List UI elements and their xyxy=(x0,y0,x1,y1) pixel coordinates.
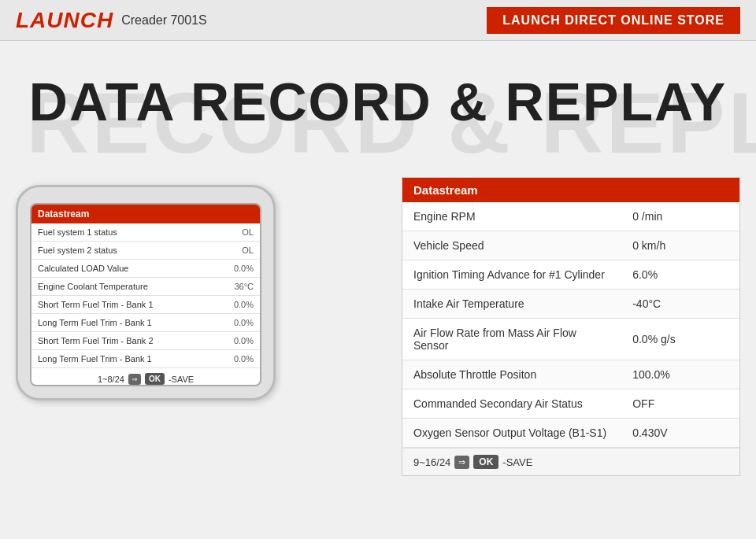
device-mockup: Datastream Fuel system 1 statusOLFuel sy… xyxy=(16,185,276,401)
device-screen: Datastream Fuel system 1 statusOLFuel sy… xyxy=(30,203,261,386)
row-label: Fuel system 2 status xyxy=(32,242,213,260)
row-label: Long Term Fuel Trim - Bank 1 xyxy=(32,314,213,332)
row-value: 0 /min xyxy=(621,202,739,231)
model-name: Creader 7001S xyxy=(121,13,207,28)
table-row: Ignition Timing Advance for #1 Cylinder6… xyxy=(402,260,739,290)
ds-footer: 9~16/24 ⇒ OK -SAVE xyxy=(402,448,739,475)
page-title: DATA RECORD & REPLAY xyxy=(0,71,756,132)
launch-logo: LAUNCH xyxy=(16,8,113,33)
store-link[interactable]: LAUNCH DIRECT ONLINE STORE xyxy=(487,7,740,34)
row-label: Engine Coolant Temperature xyxy=(32,278,213,296)
ds-nav-icon: ⇒ xyxy=(454,456,469,469)
ds-ok-btn[interactable]: OK xyxy=(473,455,498,469)
table-row: Fuel system 1 statusOL xyxy=(32,223,260,242)
row-value: -40°C xyxy=(621,290,739,319)
device-footer: 1~8/24 ⇒ OK -SAVE xyxy=(32,368,260,385)
table-row: Absolute Throttle Positon100.0% xyxy=(402,360,739,389)
row-label: Short Term Fuel Trim - Bank 1 xyxy=(32,296,213,314)
row-value: 100.0% xyxy=(621,360,739,389)
row-label: Fuel system 1 status xyxy=(32,223,213,242)
row-value: OL xyxy=(213,242,260,260)
table-row: Short Term Fuel Trim - Bank 20.0% xyxy=(32,332,260,350)
row-label: Short Term Fuel Trim - Bank 2 xyxy=(32,332,213,350)
row-value: 0.0% xyxy=(213,296,260,314)
ds-page-info: 9~16/24 xyxy=(413,456,450,468)
row-label: Absolute Throttle Positon xyxy=(402,360,621,389)
row-value: OFF xyxy=(621,389,739,419)
row-value: 6.0% xyxy=(621,260,739,290)
header-left: LAUNCH Creader 7001S xyxy=(16,8,207,33)
row-label: Intake Air Temperature xyxy=(402,290,621,319)
table-row: Engine RPM0 /min xyxy=(402,202,739,231)
ds-title: Datastream xyxy=(402,178,739,202)
row-label: Commanded Secondary Air Status xyxy=(402,389,621,419)
row-label: Vehicle Speed xyxy=(402,231,621,260)
row-value: 0 km/h xyxy=(621,231,739,260)
table-row: Fuel system 2 statusOL xyxy=(32,242,260,260)
table-row: Commanded Secondary Air StatusOFF xyxy=(402,389,739,419)
row-value: 0.430V xyxy=(621,419,739,448)
row-value: 36°C xyxy=(213,278,260,296)
table-row: Short Term Fuel Trim - Bank 10.0% xyxy=(32,296,260,314)
content-area: Datastream Fuel system 1 statusOLFuel sy… xyxy=(0,177,756,539)
row-label: Air Flow Rate from Mass Air Flow Sensor xyxy=(402,319,621,360)
device-body: Datastream Fuel system 1 statusOLFuel sy… xyxy=(16,185,276,401)
row-label: Calculated LOAD Value xyxy=(32,260,213,278)
device-ok-btn[interactable]: OK xyxy=(145,373,165,385)
device-page-info: 1~8/24 xyxy=(98,375,124,384)
table-row: Vehicle Speed0 km/h xyxy=(402,231,739,260)
table-row: Long Term Fuel Trim - Bank 10.0% xyxy=(32,314,260,332)
table-row: Air Flow Rate from Mass Air Flow Sensor0… xyxy=(402,319,739,360)
device-table-header: Datastream xyxy=(32,205,260,223)
table-row: Long Term Fuel Trim - Bank 10.0% xyxy=(32,350,260,368)
ds-data-table: Engine RPM0 /minVehicle Speed0 km/hIgnit… xyxy=(402,202,739,448)
row-label: Ignition Timing Advance for #1 Cylinder xyxy=(402,260,621,290)
row-value: 0.0% xyxy=(213,314,260,332)
row-value: OL xyxy=(213,223,260,242)
device-data-table: Fuel system 1 statusOLFuel system 2 stat… xyxy=(32,223,260,368)
row-label: Long Term Fuel Trim - Bank 1 xyxy=(32,350,213,368)
row-value: 0.0% xyxy=(213,350,260,368)
table-row: Calculated LOAD Value0.0% xyxy=(32,260,260,278)
row-label: Engine RPM xyxy=(402,202,621,231)
row-value: 0.0% g/s xyxy=(621,319,739,360)
datastream-panel: Datastream Engine RPM0 /minVehicle Speed… xyxy=(402,177,740,476)
device-save-label[interactable]: -SAVE xyxy=(169,375,194,384)
table-row: Engine Coolant Temperature36°C xyxy=(32,278,260,296)
row-label: Oxygen Sensor Output Voltage (B1-S1) xyxy=(402,419,621,448)
app-header: LAUNCH Creader 7001S LAUNCH DIRECT ONLIN… xyxy=(0,0,756,41)
table-row: Intake Air Temperature-40°C xyxy=(402,290,739,319)
row-value: 0.0% xyxy=(213,260,260,278)
device-nav-icon: ⇒ xyxy=(128,374,141,385)
table-row: Oxygen Sensor Output Voltage (B1-S1)0.43… xyxy=(402,419,739,448)
row-value: 0.0% xyxy=(213,332,260,350)
ds-save-label[interactable]: -SAVE xyxy=(502,456,532,468)
